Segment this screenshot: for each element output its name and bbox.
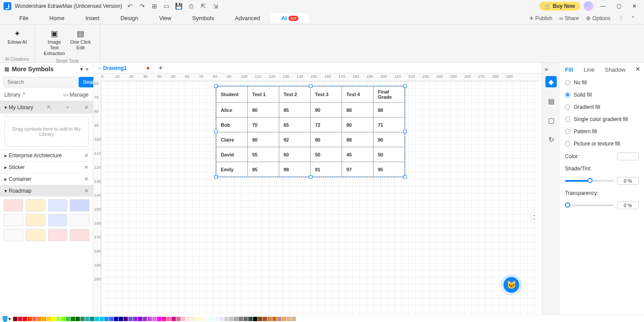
table-cell[interactable]: 88 (373, 103, 405, 118)
resize-handle[interactable] (214, 84, 218, 88)
color-swatch[interactable] (143, 317, 147, 321)
one-click-edit-button[interactable]: ▤One Click Edit (68, 27, 94, 59)
color-swatch[interactable] (258, 317, 262, 321)
color-swatch[interactable] (152, 317, 157, 321)
color-swatch[interactable] (104, 317, 109, 321)
mylib-export-icon[interactable]: ⇱ (47, 104, 51, 111)
color-swatch[interactable] (147, 317, 152, 321)
color-swatch[interactable] (186, 317, 190, 321)
table-cell[interactable]: 90 (311, 132, 342, 147)
radio-single-gradient[interactable]: Single color gradient fill (565, 113, 639, 125)
color-swatch[interactable] (85, 317, 89, 321)
color-swatch[interactable] (243, 317, 248, 321)
shape-thumb[interactable] (48, 229, 68, 241)
redo-icon[interactable]: ↷ (138, 2, 147, 10)
color-swatch[interactable] (219, 317, 224, 321)
undo-icon[interactable]: ↶ (126, 2, 134, 10)
expand-icon[interactable]: ⛶ (531, 212, 537, 223)
table-header[interactable]: Student (216, 87, 248, 103)
table-cell[interactable]: 70 (248, 118, 279, 132)
resize-handle[interactable] (309, 175, 312, 179)
color-swatch[interactable] (109, 317, 113, 321)
color-swatch[interactable] (296, 317, 301, 321)
color-swatch[interactable] (80, 317, 85, 321)
menu-insert[interactable]: Insert (75, 13, 110, 23)
new-icon[interactable]: ⊞ (150, 2, 159, 10)
collapse-panel-icon[interactable]: « (86, 66, 89, 72)
menu-file[interactable]: File (9, 13, 39, 23)
table-cell[interactable]: 98 (279, 162, 311, 177)
section-roadmap[interactable]: ▾ Roadmap✕ (0, 185, 93, 197)
radio-gradient-fill[interactable]: Gradient fill (565, 101, 639, 113)
color-swatch[interactable] (99, 317, 104, 321)
table-cell[interactable]: 88 (342, 132, 373, 147)
section-sticker[interactable]: ▸ Sticker✕ (0, 161, 93, 173)
color-swatch[interactable] (90, 317, 94, 321)
color-swatch[interactable] (248, 317, 253, 321)
color-swatch[interactable] (138, 317, 142, 321)
close-icon[interactable]: ✕ (84, 164, 89, 170)
color-swatch[interactable] (167, 317, 171, 321)
color-swatch[interactable] (253, 317, 257, 321)
color-swatch[interactable] (66, 317, 70, 321)
color-swatch[interactable] (128, 317, 133, 321)
color-swatch[interactable] (272, 317, 277, 321)
resize-handle[interactable] (403, 84, 407, 88)
drop-zone[interactable]: Drag symbols here to add to My Library (4, 116, 89, 147)
maximize-button[interactable]: ▢ (613, 2, 625, 10)
color-swatch[interactable] (133, 317, 137, 321)
shape-thumb[interactable] (3, 214, 23, 226)
more-symbols-title[interactable]: More Symbols (12, 66, 78, 73)
close-icon[interactable]: ✕ (84, 176, 89, 182)
color-swatch[interactable] (114, 317, 118, 321)
options-button[interactable]: ⚙ Options (586, 15, 610, 21)
shade-slider[interactable] (565, 180, 613, 182)
color-swatch[interactable] (176, 317, 181, 321)
table-cell[interactable]: 92 (279, 132, 311, 147)
color-swatch[interactable] (27, 317, 32, 321)
table-cell[interactable]: 90 (373, 132, 405, 147)
resize-handle[interactable] (214, 130, 218, 133)
transparency-slider[interactable] (565, 204, 613, 206)
color-swatch[interactable] (157, 317, 161, 321)
color-swatch[interactable] (234, 317, 238, 321)
shape-thumb[interactable] (3, 199, 23, 211)
tab-fill[interactable]: Fill (565, 66, 573, 73)
shape-thumb[interactable] (3, 229, 23, 241)
color-swatch[interactable] (61, 317, 65, 321)
help-icon[interactable]: ❔ (617, 15, 624, 21)
table-cell[interactable]: 88 (342, 103, 373, 118)
table-cell[interactable]: Bob (216, 118, 248, 132)
selected-table[interactable]: StudentTest 1Test 2Test 3Test 4Final Gra… (216, 86, 405, 177)
table-cell[interactable]: 85 (279, 103, 311, 118)
color-swatch[interactable] (18, 317, 22, 321)
import-icon[interactable]: ⇲ (211, 2, 220, 10)
shape-thumb[interactable] (70, 214, 89, 226)
shape-thumb[interactable] (70, 199, 89, 211)
color-swatch[interactable] (617, 152, 639, 160)
color-swatch[interactable] (195, 317, 200, 321)
color-swatch[interactable] (23, 317, 27, 321)
color-swatch[interactable] (123, 317, 128, 321)
layout-tab-icon[interactable]: ▢ (545, 114, 557, 126)
table-header[interactable]: Test 1 (248, 87, 279, 103)
manage-button[interactable]: ▭ Manage (63, 92, 89, 98)
chevron-down-icon[interactable]: ▾ (80, 66, 83, 72)
color-swatch[interactable] (277, 317, 281, 321)
color-swatch[interactable] (181, 317, 185, 321)
text-tab-icon[interactable]: ▤ (545, 95, 557, 107)
color-swatch[interactable] (239, 317, 243, 321)
table-header[interactable]: Test 2 (279, 87, 311, 103)
paint-bucket-icon[interactable]: 🪣▾ (2, 316, 11, 322)
table-header[interactable]: Test 4 (342, 87, 373, 103)
color-swatch[interactable] (47, 317, 51, 321)
save-icon[interactable]: 💾 (175, 2, 183, 10)
resize-handle[interactable] (403, 130, 407, 133)
tab-line[interactable]: Line (584, 66, 595, 73)
color-swatch[interactable] (282, 317, 286, 321)
table-cell[interactable]: 91 (311, 162, 342, 177)
transparency-value[interactable]: 0 % (617, 201, 639, 209)
table-header[interactable]: Final Grade (373, 87, 405, 103)
color-swatch[interactable] (42, 317, 46, 321)
radio-no-fill[interactable]: No fill (565, 76, 639, 89)
